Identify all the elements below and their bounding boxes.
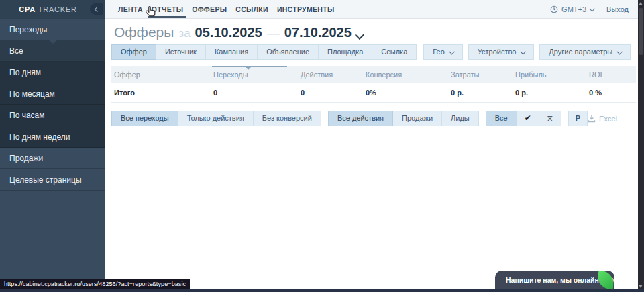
column-header-perekhody[interactable]: Переходы xyxy=(211,66,298,83)
tab-otchety[interactable]: ОТЧЕТЫ xyxy=(148,0,187,18)
scrollbar-thumb[interactable] xyxy=(639,8,643,55)
date-from[interactable]: 05.10.2025 xyxy=(195,25,262,40)
date-range-chevron-icon[interactable] xyxy=(355,30,364,40)
logout-link[interactable]: Выход xyxy=(606,5,629,13)
chevron-down-icon xyxy=(449,49,454,54)
tab-offery[interactable]: ОФФЕРЫ xyxy=(188,0,231,18)
tab-label: ССЫЛКИ xyxy=(235,5,268,13)
totals-label: Итого xyxy=(111,89,211,97)
button-label: Все переходы xyxy=(121,114,169,122)
button-label: Без конверсий xyxy=(262,114,312,122)
column-label: Переходы xyxy=(213,70,248,79)
sidebar-item-tselevye-stranitsy[interactable]: Целевые страницы xyxy=(0,169,105,191)
sort-caret-icon xyxy=(246,67,251,70)
geo-dropdown[interactable]: Гео xyxy=(423,44,462,60)
leads-button[interactable]: Лиды xyxy=(441,111,479,126)
date-to[interactable]: 07.10.2025 xyxy=(284,25,352,40)
button-label: Продажи xyxy=(402,114,433,122)
ruble-icon: Р xyxy=(576,114,580,122)
sidebar-item-perekhody[interactable]: Переходы xyxy=(0,19,105,40)
no-conversions-button[interactable]: Без конверсий xyxy=(253,111,321,126)
pending-filter-button[interactable]: ⧖ xyxy=(539,111,561,126)
status-url-tooltip: https://cabinet.cpatracker.ru/users/4825… xyxy=(0,279,190,289)
totals-konversiya: 0% xyxy=(363,89,448,97)
column-label: Затраты xyxy=(451,70,480,79)
sidebar-collapse-button[interactable] xyxy=(90,3,103,15)
sidebar-filler xyxy=(0,191,105,292)
totals-pribyl: 0 р. xyxy=(513,89,586,97)
scrollbar-up-icon[interactable] xyxy=(639,2,643,5)
status-url-text: https://cabinet.cpatracker.ru/users/4825… xyxy=(4,281,186,287)
app-logo: CPA TRACKER xyxy=(19,5,87,13)
chat-message: Напишите нам, мы онлайн! xyxy=(506,276,601,284)
sidebar-item-label: По месяцам xyxy=(9,89,55,99)
clock-icon xyxy=(550,5,558,13)
other-params-dropdown[interactable]: Другие параметры xyxy=(539,44,631,60)
tab-ssylki[interactable]: ССЫЛКИ xyxy=(231,0,272,18)
ruble-filter-button[interactable]: Р xyxy=(568,111,588,126)
column-label: ROI xyxy=(589,70,602,79)
totals-zatraty: 0 р. xyxy=(448,89,513,97)
column-header-deystviya[interactable]: Действия xyxy=(298,66,363,83)
scrollbar-down-icon[interactable] xyxy=(639,285,643,288)
chevron-down-icon xyxy=(590,6,595,11)
button-label: Все действия xyxy=(337,114,384,122)
tab-instrumenty[interactable]: ИНСТРУМЕНТЫ xyxy=(273,0,339,18)
dimension-offer-button[interactable]: Оффер xyxy=(111,44,156,60)
tab-lenta[interactable]: ЛЕНТА xyxy=(114,0,147,18)
status-filter-group: Все ✔ ⧖ xyxy=(486,111,561,126)
browser-scrollbar[interactable] xyxy=(638,0,644,292)
column-label: Действия xyxy=(301,70,333,79)
totals-deystviya: 0 xyxy=(298,89,363,97)
dropdown-filters: Гео Устройство Другие параметры xyxy=(423,44,631,60)
device-dropdown[interactable]: Устройство xyxy=(468,44,535,60)
sidebar-item-prodazhi[interactable]: Продажи xyxy=(0,148,105,169)
dimension-kampaniya-button[interactable]: Кампания xyxy=(205,44,258,60)
sidebar-item-po-mesyatsam[interactable]: По месяцам xyxy=(0,83,105,105)
status-all-button[interactable]: Все xyxy=(486,111,517,126)
dimension-istochnik-button[interactable]: Источник xyxy=(156,44,206,60)
column-label: Конверсия xyxy=(366,70,402,79)
column-header-offer[interactable]: Оффер xyxy=(111,66,211,83)
column-header-zatraty[interactable]: Затраты xyxy=(448,66,513,83)
jivo-chat-widget[interactable]: Напишите нам, мы онлайн! jivo xyxy=(495,271,614,289)
dimension-ssylka-button[interactable]: Ссылка xyxy=(372,44,417,60)
only-actions-button[interactable]: Только действия xyxy=(178,111,254,126)
jivo-leaf-icon xyxy=(597,271,615,289)
tab-label: ЛЕНТА xyxy=(118,5,143,13)
confirmed-filter-button[interactable]: ✔ xyxy=(517,111,539,126)
table-totals-row: Итого 0 0 0% 0 р. 0 р. 0 % xyxy=(111,83,636,103)
excel-export-link[interactable]: Excel xyxy=(588,115,617,123)
column-label: Оффер xyxy=(114,70,140,79)
topnav-right: GMT+3 Выход xyxy=(550,0,638,18)
dimension-obyavlenie-button[interactable]: Объявление xyxy=(257,44,319,60)
column-header-konversiya[interactable]: Конверсия xyxy=(363,66,448,83)
button-label: Источник xyxy=(165,48,197,56)
tab-label: ОТЧЕТЫ xyxy=(152,5,183,13)
tab-label: ОФФЕРЫ xyxy=(192,5,227,13)
dimension-filter-row: Оффер Источник Кампания Объявление Площа… xyxy=(111,44,631,60)
top-navigation: ЛЕНТА ОТЧЕТЫ ОФФЕРЫ ССЫЛКИ ИНСТРУМЕНТЫ G… xyxy=(105,0,638,19)
column-header-roi[interactable]: ROI xyxy=(586,66,636,83)
sales-button[interactable]: Продажи xyxy=(392,111,442,126)
sidebar-item-po-chasam[interactable]: По часам xyxy=(0,105,105,126)
main-content: Офферы за 05.10.2025 — 07.10.2025 Оффер … xyxy=(105,19,638,292)
sidebar-item-label: Целевые страницы xyxy=(9,175,82,185)
date-dash: — xyxy=(267,26,280,40)
button-label: Устройство xyxy=(478,48,517,56)
check-icon: ✔ xyxy=(525,113,531,123)
sidebar-item-po-dnyam-nedeli[interactable]: По дням недели xyxy=(0,126,105,148)
title-preposition: за xyxy=(178,27,190,40)
all-transitions-button[interactable]: Все переходы xyxy=(111,111,178,126)
excel-label: Excel xyxy=(599,115,617,123)
sidebar: CPA TRACKER Переходы Все По дням По меся… xyxy=(0,0,105,292)
timezone-selector[interactable]: GMT+3 xyxy=(550,5,594,13)
sidebar-item-label: По дням xyxy=(9,68,41,77)
sidebar-item-po-dnyam[interactable]: По дням xyxy=(0,62,105,83)
button-label: Гео xyxy=(433,48,444,56)
all-actions-button[interactable]: Все действия xyxy=(328,111,393,126)
dimension-ploshchadka-button[interactable]: Площадка xyxy=(318,44,372,60)
column-header-pribyl[interactable]: Прибыль xyxy=(513,66,586,83)
app-logo-primary: CPA xyxy=(19,5,36,13)
button-label: Все xyxy=(495,114,508,122)
